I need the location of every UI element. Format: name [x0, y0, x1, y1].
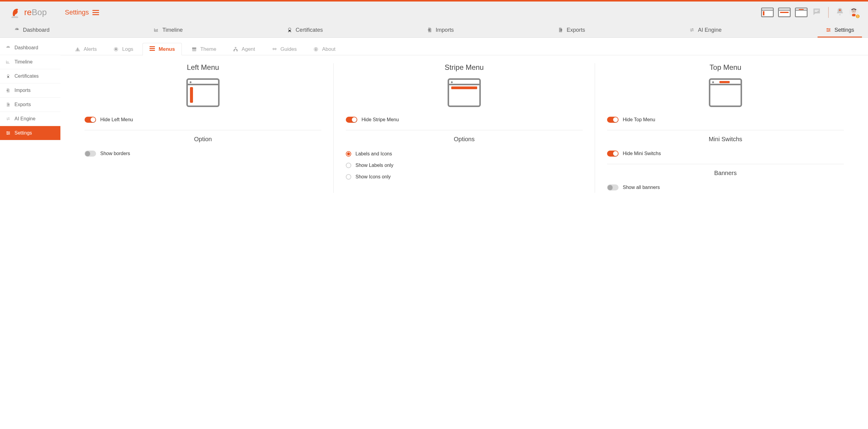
- panel-title: Top Menu: [607, 63, 844, 72]
- nav-label: Settings: [835, 27, 854, 33]
- import-icon: [5, 88, 11, 93]
- svg-point-9: [7, 75, 9, 77]
- toggle-label: Hide Top Menu: [623, 117, 655, 122]
- subtab-label: Theme: [200, 46, 216, 52]
- header-divider: [828, 7, 829, 18]
- subtab-menus[interactable]: Menus: [143, 43, 182, 55]
- subtab-about[interactable]: About: [306, 43, 342, 55]
- toggle-label: Show borders: [100, 151, 130, 156]
- sidebar-item-dashboard[interactable]: Dashboard: [0, 41, 60, 55]
- header-actions: 0: [761, 7, 859, 18]
- mini-switch-stripe[interactable]: [778, 7, 791, 17]
- sidebar-item-timeline[interactable]: Timeline: [0, 55, 60, 69]
- toggle-hide-left-menu[interactable]: Hide Left Menu: [85, 114, 321, 125]
- sidebar-label: Dashboard: [14, 45, 38, 51]
- speech-icon[interactable]: [812, 7, 822, 18]
- toggle-label: Show all banners: [623, 185, 660, 190]
- top-nav-certificates[interactable]: Certificates: [279, 23, 331, 37]
- radio-label: Show Labels only: [355, 163, 393, 168]
- chart-icon: [153, 27, 159, 33]
- app-header: reBop Settings: [0, 1, 868, 23]
- subtab-label: Guides: [281, 46, 297, 52]
- nav-label: Dashboard: [23, 27, 50, 33]
- top-nav-dashboard[interactable]: Dashboard: [6, 23, 57, 37]
- sidebar-label: AI Engine: [14, 116, 35, 121]
- toggle-label: Hide Stripe Menu: [362, 117, 399, 122]
- toggle-label: Hide Mini Switchs: [623, 151, 661, 156]
- badge-icon: [287, 27, 293, 33]
- panel-top-menu: Top Menu Hide Top Menu Mini Switchs Hide…: [595, 63, 856, 193]
- radio-icons-only[interactable]: Show Icons only: [346, 171, 583, 182]
- radio-input[interactable]: [346, 163, 351, 168]
- subtab-theme[interactable]: Theme: [184, 43, 223, 55]
- swap-icon: [5, 116, 11, 121]
- top-nav-exports[interactable]: Exports: [550, 23, 593, 37]
- svg-rect-20: [237, 50, 238, 51]
- mini-switch-left[interactable]: [761, 7, 774, 17]
- toggle-switch[interactable]: [85, 150, 96, 156]
- toggle-switch[interactable]: [607, 117, 619, 123]
- knight-icon: [9, 6, 21, 19]
- sidebar-item-settings[interactable]: Settings: [0, 126, 60, 140]
- radio-labels-only[interactable]: Show Labels only: [346, 160, 583, 171]
- toggle-hide-mini-switchs[interactable]: Hide Mini Switchs: [607, 148, 844, 159]
- banners-header: Banners: [607, 170, 844, 177]
- nav-label: AI Engine: [698, 27, 721, 33]
- top-nav-timeline[interactable]: Timeline: [146, 23, 191, 37]
- sidebar-item-imports[interactable]: Imports: [0, 83, 60, 98]
- svg-point-7: [829, 29, 830, 30]
- page-indicator-label: Settings: [65, 8, 89, 16]
- sidebar-label: Imports: [14, 88, 31, 93]
- menu-icon: [92, 10, 99, 15]
- svg-point-8: [828, 31, 829, 32]
- toggle-switch[interactable]: [607, 184, 619, 191]
- menu-panels: Left Menu Hide Left Menu Option Show bor…: [60, 55, 868, 201]
- page-indicator[interactable]: Settings: [65, 8, 99, 16]
- sidebar-item-exports[interactable]: Exports: [0, 98, 60, 112]
- subtab-label: About: [322, 46, 335, 52]
- info-icon: [313, 46, 319, 52]
- svg-point-10: [7, 132, 8, 133]
- import-icon: [427, 27, 433, 33]
- bell-icon[interactable]: [835, 7, 844, 18]
- logo[interactable]: reBop: [9, 6, 47, 19]
- radio-input[interactable]: [346, 151, 351, 156]
- options-header: Options: [346, 136, 583, 143]
- svg-rect-18: [235, 47, 237, 48]
- toggle-label: Hide Left Menu: [100, 117, 133, 122]
- top-nav-imports[interactable]: Imports: [419, 23, 462, 37]
- calendar-icon: [191, 46, 197, 52]
- gauge-icon: [14, 27, 20, 33]
- avatar[interactable]: 0: [849, 7, 859, 18]
- subtab-agent[interactable]: Agent: [226, 43, 262, 55]
- subtab-logs[interactable]: Logs: [106, 43, 140, 55]
- toggle-switch[interactable]: [607, 150, 619, 156]
- subtab-alerts[interactable]: Alerts: [68, 43, 103, 55]
- toggle-show-all-banners[interactable]: Show all banners: [607, 182, 844, 193]
- svg-rect-17: [192, 48, 196, 49]
- export-icon: [558, 27, 564, 33]
- menu-icon: [150, 46, 156, 52]
- panel-title: Stripe Menu: [346, 63, 583, 72]
- mini-switch-top[interactable]: [795, 7, 808, 17]
- download-icon: [113, 46, 119, 52]
- nav-label: Certificates: [296, 27, 323, 33]
- svg-rect-13: [77, 49, 78, 50]
- subtab-label: Menus: [159, 46, 175, 52]
- toggle-switch[interactable]: [85, 117, 96, 123]
- radio-input[interactable]: [346, 174, 351, 179]
- sidebar-item-ai-engine[interactable]: AI Engine: [0, 112, 60, 126]
- sliders-icon: [5, 130, 11, 136]
- mini-switchs-header: Mini Switchs: [607, 136, 844, 143]
- sidebar-item-certificates[interactable]: Certificates: [0, 69, 60, 83]
- toggle-hide-top-menu[interactable]: Hide Top Menu: [607, 114, 844, 125]
- top-nav-settings[interactable]: Settings: [817, 23, 862, 37]
- separator: [607, 130, 844, 130]
- subtab-guides[interactable]: Guides: [265, 43, 304, 55]
- toggle-switch[interactable]: [346, 117, 357, 123]
- top-nav-ai-engine[interactable]: AI Engine: [681, 23, 730, 37]
- toggle-show-borders[interactable]: Show borders: [85, 148, 321, 159]
- option-header: Option: [85, 136, 321, 143]
- toggle-hide-stripe-menu[interactable]: Hide Stripe Menu: [346, 114, 583, 125]
- radio-labels-and-icons[interactable]: Labels and Icons: [346, 148, 583, 160]
